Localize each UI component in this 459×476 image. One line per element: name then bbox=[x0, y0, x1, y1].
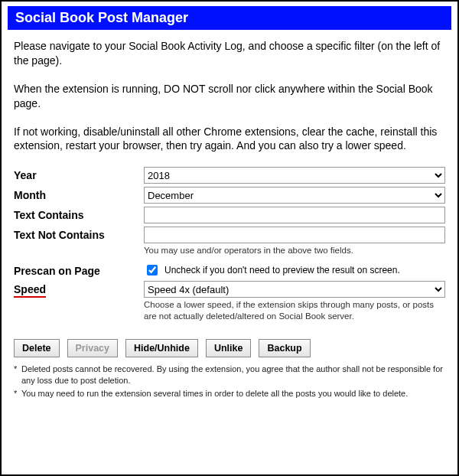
prescan-label: Prescan on Page bbox=[14, 262, 144, 277]
instruction-2: When the extension is running, DO NOT sc… bbox=[14, 82, 445, 111]
bullet-icon: * bbox=[14, 388, 21, 399]
month-label: Month bbox=[14, 187, 144, 201]
year-select[interactable]: 2018 bbox=[144, 167, 445, 184]
footnote-1: Deleted posts cannot be recovered. By us… bbox=[21, 364, 445, 386]
title-bar: Social Book Post Manager bbox=[8, 6, 451, 30]
speed-label: Speed bbox=[14, 281, 144, 295]
action-buttons: Delete Privacy Hide/Unhide Unlike Backup bbox=[14, 339, 445, 357]
instruction-3: If not working, disable/uninstall all ot… bbox=[14, 125, 445, 154]
month-select[interactable]: December bbox=[144, 187, 445, 204]
bullet-icon: * bbox=[14, 364, 21, 386]
prescan-checkbox[interactable] bbox=[147, 265, 158, 275]
privacy-button[interactable]: Privacy bbox=[67, 339, 118, 357]
prescan-desc: Uncheck if you don't need to preview the… bbox=[164, 265, 400, 275]
text-not-contains-label: Text Not Contains bbox=[14, 227, 144, 241]
unlike-button[interactable]: Unlike bbox=[206, 339, 252, 357]
settings-form: Year 2018 Month December Text Contains T… bbox=[14, 167, 445, 322]
extension-popup: Social Book Post Manager Please navigate… bbox=[0, 0, 459, 476]
text-fields-hint: You may use and/or operators in the abov… bbox=[144, 245, 445, 256]
hide-unhide-button[interactable]: Hide/Unhide bbox=[125, 339, 198, 357]
text-not-contains-input[interactable] bbox=[144, 227, 445, 243]
delete-button[interactable]: Delete bbox=[14, 339, 60, 357]
speed-hint: Choose a lower speed, if the extension s… bbox=[144, 299, 445, 322]
text-contains-input[interactable] bbox=[144, 207, 445, 223]
instruction-1: Please navigate to your Social Book Acti… bbox=[14, 39, 445, 68]
speed-select[interactable]: Speed 4x (default) bbox=[144, 281, 445, 298]
footnotes: * Deleted posts cannot be recovered. By … bbox=[14, 364, 445, 399]
app-title: Social Book Post Manager bbox=[15, 10, 188, 25]
text-contains-label: Text Contains bbox=[14, 207, 144, 221]
backup-button[interactable]: Backup bbox=[259, 339, 310, 357]
year-label: Year bbox=[14, 167, 144, 181]
footnote-2: You may need to run the extension severa… bbox=[21, 388, 408, 399]
